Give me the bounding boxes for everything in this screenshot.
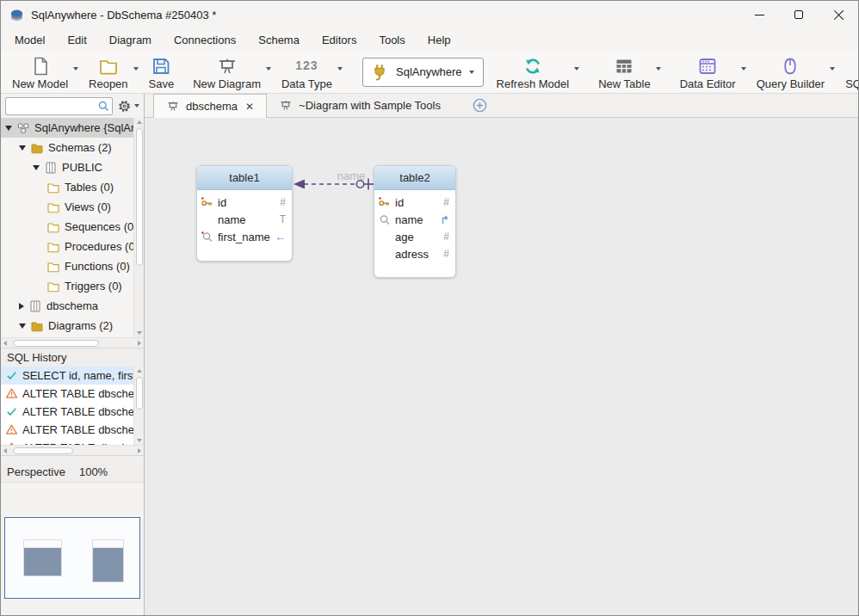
diagram-easel-icon: [217, 56, 238, 77]
sidebar-search-row: [1, 94, 144, 118]
scroll-up-icon[interactable]: [137, 120, 142, 124]
expander-icon[interactable]: [19, 303, 24, 310]
dropdown-arrow-icon[interactable]: [133, 67, 139, 71]
refresh-model-button[interactable]: Refresh Model: [491, 54, 584, 90]
expander-icon[interactable]: [5, 126, 12, 131]
menu-help[interactable]: Help: [428, 34, 451, 46]
minimize-icon: [755, 15, 764, 15]
scroll-right-icon[interactable]: [138, 341, 141, 346]
data-type-button[interactable]: 123 Data Type: [275, 54, 347, 90]
history-item[interactable]: SELECT id, name, first_na: [1, 367, 133, 385]
dropdown-arrow-icon[interactable]: [741, 67, 746, 71]
minimize-button[interactable]: [739, 1, 779, 28]
scroll-up-icon[interactable]: [137, 369, 142, 373]
dropdown-arrow-icon[interactable]: [574, 67, 579, 71]
column-row-id[interactable]: id #: [374, 194, 455, 211]
diagram-easel-icon: [279, 99, 293, 112]
query-builder-button[interactable]: Query Builder: [751, 54, 839, 90]
sql-editor-button[interactable]: SQL Editor: [839, 54, 859, 90]
close-button[interactable]: [819, 1, 858, 28]
sidebar: SqlAnywhere {SqlAny Schemas (2) PUBLIC: [1, 94, 145, 615]
connection-selector[interactable]: SqlAnywhere: [362, 58, 484, 87]
tree-item-functions[interactable]: Functions (0): [1, 256, 133, 276]
tree-item-sequences[interactable]: Sequences (0): [1, 217, 133, 237]
dropdown-arrow-icon[interactable]: [830, 67, 835, 71]
menu-diagram[interactable]: Diagram: [109, 34, 151, 46]
new-table-button[interactable]: New Table: [592, 54, 664, 90]
column-row-first-name[interactable]: first_name ←: [197, 228, 292, 245]
menu-connections[interactable]: Connections: [174, 34, 236, 46]
search-icon: [97, 100, 110, 113]
menu-bar: Model Edit Diagram Connections Schema Ed…: [1, 28, 858, 51]
refresh-icon: [522, 56, 543, 77]
tree-item-procedures[interactable]: Procedures (0): [1, 237, 133, 256]
history-item[interactable]: ALTER TABLE dbschema.t: [1, 421, 133, 439]
tree-item-model-root[interactable]: SqlAnywhere {SqlAny: [1, 118, 133, 138]
maximize-button[interactable]: [779, 1, 819, 28]
tab-dbschema[interactable]: dbschema ✕: [153, 94, 267, 118]
diagram-table2[interactable]: table2 id # name ↱: [374, 165, 456, 278]
column-row-adress[interactable]: adress #: [374, 245, 455, 262]
settings-button[interactable]: [117, 99, 139, 114]
diagram-minimap[interactable]: [4, 517, 140, 599]
tree-item-public[interactable]: PUBLIC: [1, 157, 133, 177]
history-item[interactable]: ALTER TABLE dbschema.t: [1, 403, 133, 421]
scroll-left-icon[interactable]: [3, 448, 7, 453]
dropdown-arrow-icon[interactable]: [337, 67, 343, 71]
tab-diagram-sample-tools[interactable]: ~Diagram with Sample Tools: [267, 94, 453, 117]
diagram-canvas[interactable]: name table1 id # name T: [145, 118, 858, 615]
column-row-age[interactable]: age #: [374, 228, 455, 245]
table1-title[interactable]: table1: [197, 166, 292, 190]
expander-icon[interactable]: [19, 323, 26, 329]
tree-item-triggers[interactable]: Triggers (0): [1, 276, 133, 296]
scroll-right-icon[interactable]: [138, 448, 141, 453]
column-row-name[interactable]: name ↱: [374, 211, 455, 228]
menu-tools[interactable]: Tools: [379, 34, 405, 46]
dropdown-arrow-icon[interactable]: [656, 67, 661, 71]
scroll-down-icon[interactable]: [137, 439, 142, 442]
schema-icon: [28, 299, 42, 313]
tab-close-icon[interactable]: ✕: [245, 101, 254, 113]
tree-item-tables[interactable]: Tables (0): [1, 177, 133, 197]
table2-title[interactable]: table2: [374, 166, 455, 190]
save-button[interactable]: Save: [143, 54, 179, 90]
tree-item-schemas[interactable]: Schemas (2): [1, 138, 133, 157]
tree-item-views[interactable]: Views (0): [1, 197, 133, 217]
history-horizontal-scrollbar[interactable]: [1, 445, 144, 455]
tree-horizontal-scrollbar[interactable]: [1, 337, 144, 348]
dropdown-arrow-icon[interactable]: [73, 67, 78, 71]
tree-vertical-scrollbar[interactable]: [133, 118, 144, 337]
column-row-name[interactable]: name T: [197, 211, 292, 228]
data-editor-button[interactable]: Data Editor: [674, 54, 751, 90]
menu-model[interactable]: Model: [15, 34, 45, 46]
tree-item-diagrams[interactable]: Diagrams (2): [1, 316, 133, 336]
reopen-button[interactable]: Reopen: [83, 54, 143, 90]
sql-history-list: SELECT id, name, first_na ALTER TABLE db…: [1, 367, 144, 445]
history-item[interactable]: ALTER TABLE dbschema.t: [1, 385, 133, 403]
menu-editors[interactable]: Editors: [322, 34, 356, 46]
scrollbar-thumb[interactable]: [13, 340, 99, 347]
scrollbar-thumb[interactable]: [13, 447, 73, 454]
primary-key-icon: [378, 196, 392, 209]
scroll-left-icon[interactable]: [3, 341, 7, 346]
new-model-button[interactable]: New Model: [6, 54, 83, 90]
column-row-id[interactable]: id #: [197, 194, 292, 211]
schema-icon: [44, 161, 58, 175]
scrollbar-thumb[interactable]: [136, 128, 143, 266]
diagram-table1[interactable]: table1 id # name T: [196, 165, 293, 262]
menu-schema[interactable]: Schema: [258, 34, 300, 46]
dropdown-arrow-icon[interactable]: [266, 67, 271, 71]
new-tab-button[interactable]: [472, 97, 488, 114]
scrollbar-thumb[interactable]: [136, 377, 143, 410]
dropdown-arrow-icon[interactable]: [469, 71, 474, 74]
history-item[interactable]: ALTER TABLE dbschema.t: [1, 439, 133, 445]
schema-tree: SqlAnywhere {SqlAny Schemas (2) PUBLIC: [1, 118, 144, 337]
expander-icon[interactable]: [33, 165, 40, 170]
expander-icon[interactable]: [19, 145, 26, 151]
scroll-down-icon[interactable]: [137, 331, 142, 335]
history-vertical-scrollbar[interactable]: [133, 367, 144, 445]
plug-icon: [370, 63, 389, 82]
new-diagram-button[interactable]: New Diagram: [187, 54, 275, 90]
menu-edit[interactable]: Edit: [67, 34, 86, 46]
tree-item-dbschema[interactable]: dbschema: [1, 296, 133, 316]
